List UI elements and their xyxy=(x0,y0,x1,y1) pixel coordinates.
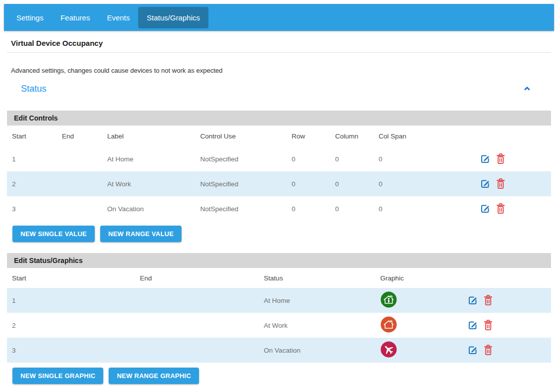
cell-col-span: 0 xyxy=(373,146,434,171)
cell-graphic xyxy=(375,338,457,363)
col-status: Status xyxy=(259,268,375,288)
tab-settings[interactable]: Settings xyxy=(8,7,52,28)
cell-end xyxy=(57,196,102,221)
edit-pencil-square-icon xyxy=(480,178,491,189)
cell-start: 1 xyxy=(7,288,135,313)
cell-end xyxy=(135,313,259,338)
airplane-icon xyxy=(380,341,397,358)
col-end: End xyxy=(135,268,259,288)
cell-column: 0 xyxy=(330,196,373,221)
status-section-header: Status xyxy=(7,83,551,94)
cell-label: On Vacation xyxy=(102,196,195,221)
trash-can-icon xyxy=(483,320,493,331)
collapse-section-button[interactable] xyxy=(523,85,531,92)
edit-row-button[interactable] xyxy=(467,345,478,356)
delete-row-button[interactable] xyxy=(483,345,493,356)
cell-row: 0 xyxy=(287,196,330,221)
page-title: Virtual Device Occupancy xyxy=(7,31,551,53)
cell-graphic xyxy=(375,313,457,338)
cell-start: 3 xyxy=(7,338,135,363)
controls-header-row: Start End Label Control Use Row Column C… xyxy=(7,126,551,146)
col-col-span: Col Span xyxy=(373,126,434,146)
delete-row-button[interactable] xyxy=(483,320,493,331)
cell-graphic xyxy=(375,288,457,313)
edit-row-button[interactable] xyxy=(480,203,491,214)
empty-home-icon xyxy=(380,316,397,333)
edit-pencil-square-icon xyxy=(480,153,491,164)
edit-controls-header: Edit Controls xyxy=(7,111,551,126)
delete-row-button[interactable] xyxy=(496,203,506,214)
edit-row-button[interactable] xyxy=(480,178,491,189)
cell-actions xyxy=(457,288,551,313)
edit-row-button[interactable] xyxy=(467,295,478,306)
cell-end xyxy=(57,146,102,171)
edit-row-button[interactable] xyxy=(480,153,491,164)
cell-label: At Home xyxy=(102,146,195,171)
controls-table: Start End Label Control Use Row Column C… xyxy=(7,126,551,221)
trash-can-icon xyxy=(496,178,506,189)
col-actions xyxy=(457,268,551,288)
col-column: Column xyxy=(330,126,373,146)
chevron-up-icon xyxy=(523,85,531,92)
trash-can-icon xyxy=(496,153,506,164)
trash-can-icon xyxy=(496,203,506,214)
tab-status-graphics[interactable]: Status/Graphics xyxy=(138,7,208,28)
cell-actions xyxy=(434,196,551,221)
cell-status: On Vacation xyxy=(259,338,375,363)
tab-features[interactable]: Features xyxy=(52,7,98,28)
cell-start: 2 xyxy=(7,171,57,196)
edit-pencil-square-icon xyxy=(480,203,491,214)
section-status-link[interactable]: Status xyxy=(21,84,46,94)
edit-row-button[interactable] xyxy=(467,320,478,331)
top-navbar: Settings Features Events Status/Graphics xyxy=(4,4,554,31)
graphics-header-row: Start End Status Graphic xyxy=(7,268,551,288)
delete-row-button[interactable] xyxy=(483,295,493,306)
new-range-graphic-button[interactable]: NEW RANGE GRAPHIC xyxy=(109,368,199,384)
new-single-graphic-button[interactable]: NEW SINGLE GRAPHIC xyxy=(12,368,103,384)
status-graphics-table: Start End Status Graphic 1 At Home xyxy=(7,268,551,363)
delete-row-button[interactable] xyxy=(496,178,506,189)
cell-row: 0 xyxy=(287,146,330,171)
cell-control-use: NotSpecified xyxy=(195,171,286,196)
col-actions xyxy=(434,126,551,146)
cell-column: 0 xyxy=(330,171,373,196)
col-start: Start xyxy=(7,268,135,288)
edit-pencil-square-icon xyxy=(467,320,478,331)
new-single-value-button[interactable]: NEW SINGLE VALUE xyxy=(12,226,95,242)
tab-events[interactable]: Events xyxy=(98,7,138,28)
col-label: Label xyxy=(102,126,195,146)
advanced-settings-warning: Advanced settings, changes could cause d… xyxy=(7,67,551,74)
cell-end xyxy=(57,171,102,196)
cell-actions xyxy=(434,171,551,196)
cell-control-use: NotSpecified xyxy=(195,146,286,171)
cell-control-use: NotSpecified xyxy=(195,196,286,221)
cell-actions xyxy=(457,313,551,338)
table-row: 2 At Work xyxy=(7,313,551,338)
occupied-home-icon xyxy=(380,291,397,308)
cell-column: 0 xyxy=(330,146,373,171)
col-graphic: Graphic xyxy=(375,268,457,288)
cell-status: At Work xyxy=(259,313,375,338)
col-end: End xyxy=(57,126,102,146)
table-row: 3 On Vacation xyxy=(7,338,551,363)
table-row: 1 At Home NotSpecified 0 0 0 xyxy=(7,146,551,171)
edit-status-graphics-header: Edit Status/Graphics xyxy=(7,253,551,268)
cell-start: 2 xyxy=(7,313,135,338)
trash-can-icon xyxy=(483,345,493,356)
cell-start: 3 xyxy=(7,196,57,221)
col-start: Start xyxy=(7,126,57,146)
trash-can-icon xyxy=(483,295,493,306)
col-control-use: Control Use xyxy=(195,126,286,146)
cell-col-span: 0 xyxy=(373,196,434,221)
cell-actions xyxy=(457,338,551,363)
cell-start: 1 xyxy=(7,146,57,171)
delete-row-button[interactable] xyxy=(496,153,506,164)
table-row: 2 At Work NotSpecified 0 0 0 xyxy=(7,171,551,196)
cell-label: At Work xyxy=(102,171,195,196)
new-range-value-button[interactable]: NEW RANGE VALUE xyxy=(100,226,182,242)
cell-end xyxy=(135,338,259,363)
table-row: 1 At Home xyxy=(7,288,551,313)
edit-pencil-square-icon xyxy=(467,295,478,306)
cell-status: At Home xyxy=(259,288,375,313)
edit-pencil-square-icon xyxy=(467,345,478,356)
